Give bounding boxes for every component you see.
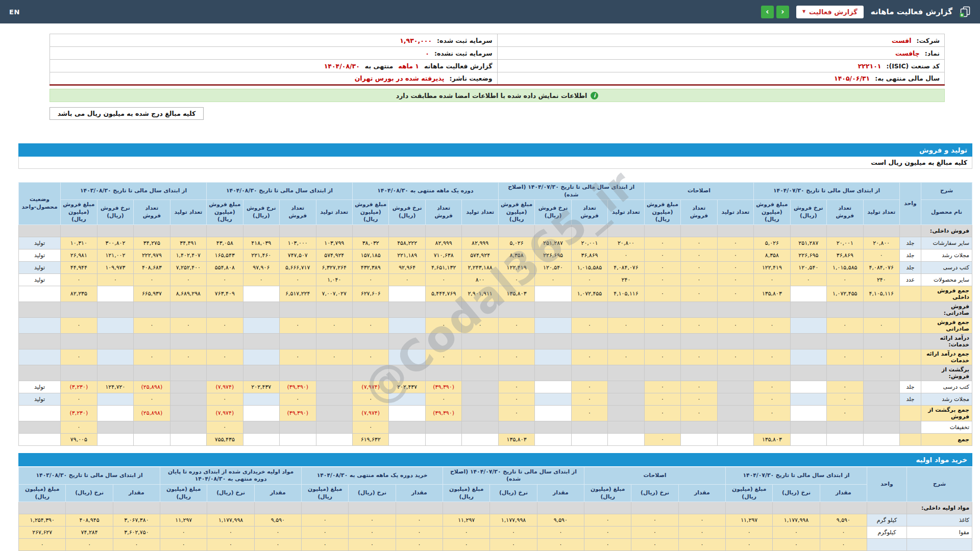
data-cell xyxy=(717,393,753,405)
table-row: جمع۱۳۵,۸۰۳۰۱۳۵,۸۰۳۶۱۹,۶۳۲۷۵۵,۴۳۵۷۹,۰۰۵ xyxy=(19,433,972,445)
data-cell xyxy=(608,421,644,433)
copy-report-icon[interactable] xyxy=(960,6,971,17)
data-cell: ۰ xyxy=(726,527,773,539)
data-cell: ۰ xyxy=(207,539,254,551)
unit-cell: جلد xyxy=(900,393,921,405)
section-cell xyxy=(316,224,352,237)
data-cell: ۰ xyxy=(316,317,352,333)
info-icon: i xyxy=(591,92,598,99)
language-toggle[interactable]: EN xyxy=(9,8,20,16)
data-cell: ۱,۰۴۰ xyxy=(316,273,352,286)
data-cell: ۵,۰۲۶ xyxy=(754,237,790,249)
data-cell: ۹,۵۹۰ xyxy=(254,514,301,527)
section-label: فروش صادراتی: xyxy=(921,302,972,317)
data-cell xyxy=(790,349,826,365)
section-cell xyxy=(389,302,425,317)
data-cell: ۰ xyxy=(754,317,790,333)
column-header: تعداد فروش xyxy=(134,200,170,225)
column-header: مبلغ (میلیون ریال) xyxy=(726,484,773,502)
top-bar: گزارش فعالیت ماهانه گزارش فعالیت ▼ ‹ › E… xyxy=(0,0,980,23)
data-cell: ۰ xyxy=(717,273,753,286)
section-cell xyxy=(352,302,388,317)
info-row: سال مالی منتهی به: ۱۴۰۵/۰۶/۳۱ وضعیت ناشر… xyxy=(50,72,945,85)
data-cell xyxy=(571,421,607,433)
data-cell xyxy=(316,393,352,405)
data-cell xyxy=(790,405,826,421)
data-cell: ۱۲۰,۵۴۰ xyxy=(535,261,571,273)
section-cell xyxy=(863,365,899,381)
section-cell xyxy=(754,224,790,237)
data-cell: ۰ xyxy=(61,349,97,365)
info-cell-fiscal-year: سال مالی منتهی به: ۱۴۰۵/۰۶/۳۱ xyxy=(497,72,945,85)
section-cell xyxy=(681,224,717,237)
data-cell xyxy=(243,405,279,421)
company-label: شرکت: xyxy=(916,37,940,44)
section-cell xyxy=(726,502,773,514)
data-cell: ۹,۵۹۰ xyxy=(537,514,584,527)
section-cell xyxy=(571,224,607,237)
section-cell xyxy=(316,365,352,381)
data-cell: ۰ xyxy=(681,381,717,393)
column-header: نرخ فروش (ریال) xyxy=(97,200,133,225)
section-cell xyxy=(681,333,717,349)
data-cell xyxy=(827,421,863,433)
section-cell xyxy=(280,365,316,381)
section-cell xyxy=(498,224,534,237)
section-cell xyxy=(280,224,316,237)
data-cell: ۰ xyxy=(280,273,316,286)
data-cell xyxy=(863,433,899,445)
data-cell: ۰ xyxy=(134,349,170,365)
company-value[interactable]: افست xyxy=(892,37,911,44)
column-header: تعداد تولید xyxy=(170,200,206,225)
report-type-dropdown[interactable]: گزارش فعالیت ▼ xyxy=(796,6,864,18)
section-cell xyxy=(316,302,352,317)
data-cell: ۰ xyxy=(820,539,867,551)
status-cell: تولید xyxy=(19,261,61,273)
production-sales-section: تولید و فروش کلیه مبالغ به میلیون ریال ا… xyxy=(18,143,972,446)
data-cell xyxy=(97,393,133,405)
column-header: مقدار xyxy=(820,484,867,502)
data-cell xyxy=(97,405,133,421)
data-cell: ۰ xyxy=(631,539,678,551)
section-cell xyxy=(717,302,753,317)
table-row: کاغذکیلو گرم۹,۵۹۰۱,۱۷۷,۹۹۸۱۱,۲۹۷۰۰۰۹,۵۹۰… xyxy=(19,514,972,527)
column-header: نرخ (ریال) xyxy=(773,484,820,502)
data-cell: ۰ xyxy=(644,261,680,273)
section-cell xyxy=(443,502,490,514)
data-cell xyxy=(425,433,461,445)
status-cell xyxy=(19,421,61,433)
data-cell xyxy=(316,381,352,393)
column-header: اصلاحات xyxy=(644,183,753,200)
section-cell xyxy=(352,333,388,349)
column-header: نرخ فروش (ریال) xyxy=(243,200,279,225)
section-label: فروش داخلی: xyxy=(921,224,972,237)
column-header: مبلغ فروش (میلیون ریال) xyxy=(61,200,97,225)
status-cell xyxy=(19,317,61,333)
unit-cell xyxy=(900,421,921,433)
section-row: مواد اولیه داخلی: xyxy=(19,502,972,514)
section-cell xyxy=(608,224,644,237)
data-cell: ۰ xyxy=(571,349,607,365)
data-cell: ۰ xyxy=(113,539,160,551)
data-cell: (۳۹,۳۹۰) xyxy=(425,405,461,421)
column-header: نرخ (ریال) xyxy=(66,484,113,502)
data-cell: (۷,۹۷۴) xyxy=(207,405,243,421)
data-cell: ۰ xyxy=(754,273,790,286)
section-cell xyxy=(498,302,534,317)
data-cell xyxy=(280,433,316,445)
column-header: مقدار xyxy=(678,484,725,502)
section-cell xyxy=(863,333,899,349)
nav-previous-button[interactable]: ‹ xyxy=(776,6,789,18)
nav-next-button[interactable]: › xyxy=(761,6,774,18)
isic-value: ۲۲۲۱۰۱ xyxy=(858,62,881,70)
section-cell xyxy=(584,502,631,514)
status-cell xyxy=(19,349,61,365)
unit-cell: جلد xyxy=(900,381,921,393)
table-row: جمع فروش صادراتی۰۰۰۰۰۰۰۰۰۰۰۰۰۰۰۰۰۰ xyxy=(19,317,972,333)
data-cell: ۳۸,۰۳۲ xyxy=(352,237,388,249)
data-cell: ۴۰۸,۶۸۳ xyxy=(134,261,170,273)
data-cell: ۰ xyxy=(498,349,534,365)
data-cell xyxy=(389,433,425,445)
section-cell xyxy=(170,302,206,317)
data-cell: ۲۰۲,۴۳۷ xyxy=(243,381,279,393)
